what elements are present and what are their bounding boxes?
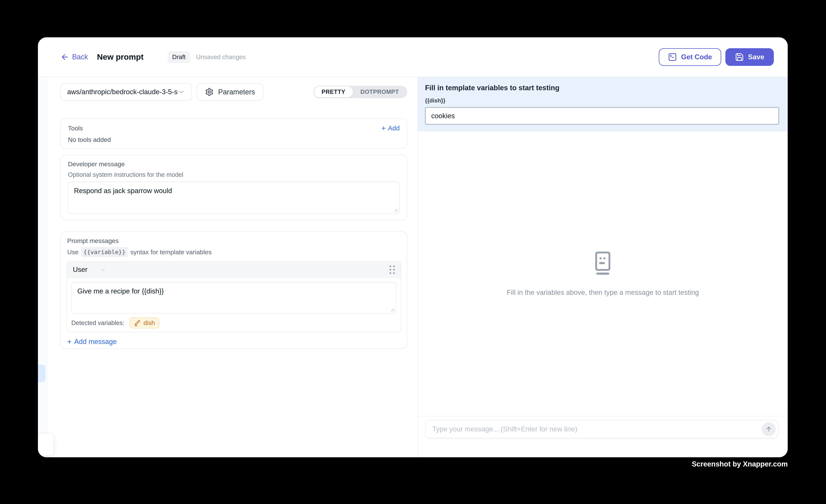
plus-icon: +	[381, 124, 386, 132]
chevron-down-icon	[178, 88, 185, 96]
left-rail	[38, 77, 47, 457]
pencil-icon	[134, 320, 141, 326]
add-message-label: Add message	[74, 338, 117, 345]
toggle-dotprompt[interactable]: DOTPROMPT	[353, 86, 406, 98]
syntax-hint-suffix: syntax for template variables	[130, 248, 212, 256]
variable-badge-dish[interactable]: dish	[129, 317, 159, 328]
get-code-label: Get Code	[681, 53, 712, 61]
tools-title: Tools	[68, 125, 83, 132]
add-tool-label: Add	[388, 124, 400, 132]
test-panel: Fill in template variables to start test…	[417, 77, 788, 457]
terminal-icon	[668, 53, 677, 62]
header-bar: Back New prompt Draft Unsaved changes Ge…	[38, 37, 788, 77]
syntax-hint: Use {{variable}} syntax for template var…	[67, 247, 401, 257]
parameters-button[interactable]: Parameters	[197, 83, 263, 101]
watermark-text: Screenshot by Xnapper.com	[692, 460, 788, 468]
role-value: User	[73, 266, 87, 273]
get-code-button[interactable]: Get Code	[659, 48, 721, 66]
prompt-config-panel: aws/anthropic/bedrock-claude-3-5-s... Pa…	[47, 77, 417, 457]
role-selector[interactable]: User	[73, 266, 106, 273]
variable-syntax-chip: {{variable}}	[81, 247, 128, 257]
plus-icon: +	[67, 338, 71, 345]
tools-empty-text: No tools added	[68, 136, 400, 143]
template-variables-section: Fill in template variables to start test…	[418, 77, 788, 131]
syntax-hint-prefix: Use	[67, 248, 78, 256]
developer-message-title: Developer message	[68, 161, 400, 168]
prompt-messages-section: Prompt messages Use {{variable}} syntax …	[60, 232, 407, 349]
model-selector[interactable]: aws/anthropic/bedrock-claude-3-5-s...	[60, 83, 192, 101]
status-badge: Draft	[168, 51, 190, 63]
message-content-textarea[interactable]: Give me a recipe for {{dish}}	[72, 282, 396, 313]
resize-handle[interactable]	[389, 306, 395, 312]
developer-message-subtitle: Optional system instructions for the mod…	[68, 171, 400, 178]
view-mode-toggle: PRETTY DOTPROMPT	[313, 86, 407, 98]
variable-value-input[interactable]	[425, 107, 779, 125]
back-button[interactable]: Back	[60, 53, 88, 61]
detected-variables-row: Detected variables: dish	[71, 317, 396, 328]
model-toolbar: aws/anthropic/bedrock-claude-3-5-s... Pa…	[60, 83, 407, 101]
back-label: Back	[72, 53, 88, 61]
send-button[interactable]	[762, 422, 776, 436]
arrow-up-icon	[765, 426, 772, 433]
back-arrow-icon	[60, 53, 69, 61]
variables-title: Fill in template variables to start test…	[425, 83, 779, 92]
message-block: User Give me a recipe for {{dish}}	[66, 261, 401, 332]
save-label: Save	[748, 53, 764, 61]
developer-message-textarea[interactable]: Respond as jack sparrow would	[68, 182, 399, 213]
page-title: New prompt	[97, 52, 143, 62]
resize-handle[interactable]	[392, 206, 398, 212]
app-window: Back New prompt Draft Unsaved changes Ge…	[38, 37, 788, 457]
unsaved-changes-text: Unsaved changes	[196, 54, 245, 61]
chat-message-input[interactable]	[425, 420, 778, 438]
chat-input-bar	[418, 416, 788, 457]
message-header: User	[67, 262, 401, 278]
variable-name-label: {{dish}}	[425, 98, 779, 104]
drag-handle-icon[interactable]	[390, 265, 395, 274]
add-message-button[interactable]: + Add message	[67, 338, 401, 345]
corner-popover	[38, 433, 54, 456]
main-body: aws/anthropic/bedrock-claude-3-5-s... Pa…	[38, 77, 788, 457]
add-tool-button[interactable]: + Add	[381, 124, 400, 132]
chat-empty-state: Fill in the variables above, then type a…	[418, 131, 788, 416]
prompt-messages-title: Prompt messages	[67, 237, 401, 245]
save-icon	[735, 53, 744, 62]
toggle-pretty[interactable]: PRETTY	[314, 86, 353, 98]
save-button[interactable]: Save	[725, 48, 774, 66]
variable-badge-label: dish	[143, 319, 155, 326]
empty-state-text: Fill in the variables above, then type a…	[507, 289, 699, 297]
developer-message-section: Developer message Optional system instru…	[60, 155, 407, 220]
parameters-label: Parameters	[218, 88, 255, 96]
robot-face-icon	[593, 251, 613, 276]
chevron-down-icon	[100, 266, 106, 273]
gear-icon	[205, 87, 214, 96]
rail-highlight	[38, 365, 46, 382]
model-selector-value: aws/anthropic/bedrock-claude-3-5-s...	[67, 88, 178, 96]
tools-section: Tools + Add No tools added	[60, 118, 407, 149]
detected-variables-label: Detected variables:	[71, 319, 124, 326]
